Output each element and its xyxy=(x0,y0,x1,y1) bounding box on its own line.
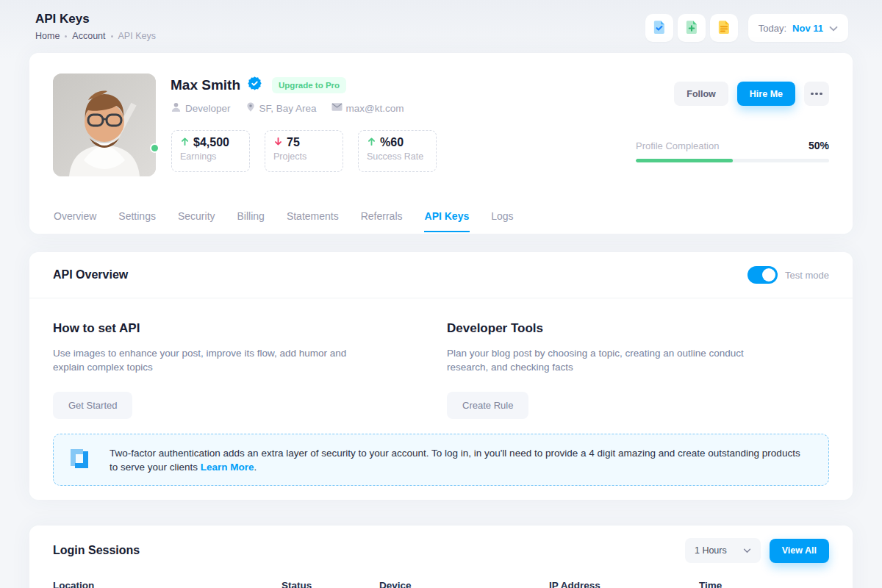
profile-email: max@kt.com xyxy=(331,101,404,115)
arrow-up-icon xyxy=(367,136,376,149)
column-time: Time xyxy=(699,580,722,588)
two-factor-notice: Two-factor authentication adds an extra … xyxy=(53,434,829,486)
page-title: API Keys xyxy=(35,12,90,26)
chevron-down-icon xyxy=(829,23,838,34)
online-status-dot xyxy=(150,143,159,153)
brand-brackets-icon xyxy=(67,445,92,476)
verified-badge-icon xyxy=(247,76,262,94)
file-plus-icon xyxy=(684,19,700,37)
arrow-down-icon xyxy=(273,136,283,149)
profile-location: SF, Bay Area xyxy=(245,101,317,115)
envelope-icon xyxy=(331,102,343,114)
tab-api-keys[interactable]: API Keys xyxy=(424,204,470,232)
hours-filter-select[interactable]: 1 Hours xyxy=(685,538,761,563)
stat-earnings: $4,500 Earnings xyxy=(171,130,250,172)
chevron-down-icon xyxy=(743,545,751,556)
tab-statements[interactable]: Statements xyxy=(286,204,340,232)
api-overview-card: API Overview Test mode How to set API Us… xyxy=(29,252,853,500)
profile-card: Max Smith Upgrade to Pro Developer SF, B… xyxy=(29,53,853,234)
profile-name: Max Smith xyxy=(171,77,240,93)
view-all-button[interactable]: View All xyxy=(770,539,829,563)
file-lines-button[interactable] xyxy=(710,14,738,42)
section-body: Plan your blog post by choosing a topic,… xyxy=(447,346,770,374)
hire-me-button[interactable]: Hire Me xyxy=(737,82,795,106)
date-select[interactable]: Today: Nov 11 xyxy=(748,14,848,42)
how-to-set-api-section: How to set API Use images to enhance you… xyxy=(53,321,420,419)
learn-more-link[interactable]: Learn More xyxy=(201,462,254,473)
section-body: Use images to enhance your post, improve… xyxy=(53,346,376,374)
arrow-up-icon xyxy=(180,136,190,149)
file-check-button[interactable] xyxy=(645,14,673,42)
breadcrumb-account[interactable]: Account xyxy=(72,31,105,41)
stat-projects: 75 Projects xyxy=(265,130,343,172)
tab-overview[interactable]: Overview xyxy=(53,204,97,232)
profile-role: Developer xyxy=(171,101,231,115)
profile-completion: Profile Compleation 50% xyxy=(636,140,829,162)
tab-security[interactable]: Security xyxy=(177,204,216,232)
test-mode-toggle[interactable] xyxy=(747,266,778,284)
location-pin-icon xyxy=(245,101,256,115)
breadcrumb-separator xyxy=(65,35,67,37)
login-sessions-card: Login Sessions 1 Hours View All Location… xyxy=(29,526,853,588)
progress-label: Profile Compleation xyxy=(636,140,719,151)
breadcrumb-current: API Keys xyxy=(118,31,156,41)
tab-billing[interactable]: Billing xyxy=(237,204,265,232)
column-location: Location xyxy=(53,580,94,588)
breadcrumb: Home Account API Keys xyxy=(35,31,156,41)
progress-bar xyxy=(636,159,829,162)
more-options-button[interactable] xyxy=(804,82,829,106)
top-bar: API Keys Home Account API Keys xyxy=(0,0,882,53)
toolbar: Today: Nov 11 xyxy=(645,14,848,42)
date-prefix-label: Today: xyxy=(759,23,786,34)
test-mode-label: Test mode xyxy=(785,270,829,281)
avatar xyxy=(53,74,156,176)
profile-tabs: Overview Settings Security Billing State… xyxy=(53,204,514,232)
progress-value: 50% xyxy=(808,140,829,151)
column-ip-address: IP Address xyxy=(549,580,600,588)
user-icon xyxy=(171,101,182,115)
follow-button[interactable]: Follow xyxy=(674,82,728,106)
column-device: Device xyxy=(379,580,412,588)
create-rule-button[interactable]: Create Rule xyxy=(447,392,528,419)
file-check-icon xyxy=(651,19,667,37)
profile-stats: $4,500 Earnings 75 Projects %60 Success … xyxy=(171,130,437,172)
profile-actions: Follow Hire Me xyxy=(674,82,829,106)
breadcrumb-home[interactable]: Home xyxy=(35,31,60,41)
sessions-table-header: Location Status Device IP Address Time xyxy=(29,580,853,588)
developer-tools-section: Developer Tools Plan your blog post by c… xyxy=(447,321,814,419)
notice-text: Two-factor authentication adds an extra … xyxy=(110,446,808,474)
tab-settings[interactable]: Settings xyxy=(118,204,157,232)
profile-meta: Developer SF, Bay Area max@kt.com xyxy=(171,101,404,115)
date-value: Nov 11 xyxy=(792,23,823,34)
file-lines-icon xyxy=(716,19,732,37)
section-title: How to set API xyxy=(53,321,420,336)
upgrade-pro-badge[interactable]: Upgrade to Pro xyxy=(272,77,346,93)
section-title: Developer Tools xyxy=(447,321,814,336)
login-sessions-title: Login Sessions xyxy=(53,544,140,557)
breadcrumb-separator xyxy=(111,35,113,37)
api-overview-title: API Overview xyxy=(53,268,128,282)
column-status: Status xyxy=(282,580,312,588)
stat-success-rate: %60 Success Rate xyxy=(358,130,437,172)
tab-referrals[interactable]: Referrals xyxy=(360,204,404,232)
get-started-button[interactable]: Get Started xyxy=(53,392,132,419)
file-plus-button[interactable] xyxy=(678,14,706,42)
tab-logs[interactable]: Logs xyxy=(490,204,514,232)
